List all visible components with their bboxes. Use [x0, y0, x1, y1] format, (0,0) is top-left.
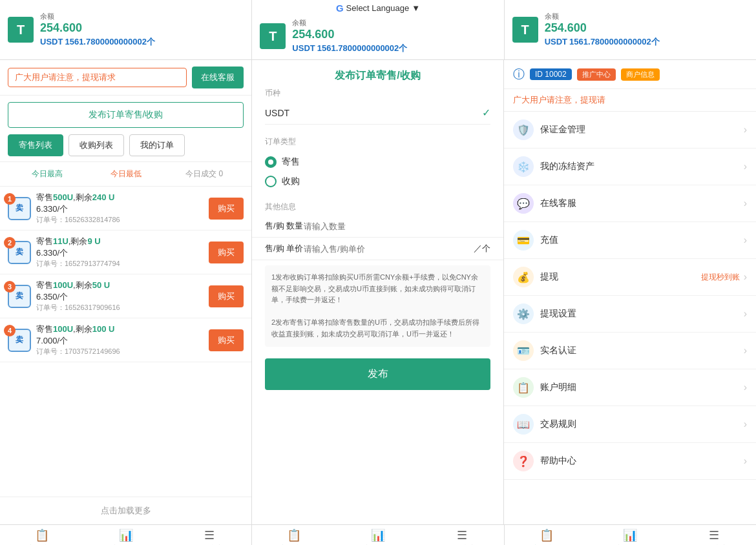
menu-text-account: 账户明细	[540, 382, 744, 393]
menu-item-withdraw[interactable]: 💰 提现 提现秒到账 ›	[504, 259, 756, 296]
personal-center-icon-3: ☰	[709, 528, 719, 542]
menu-item-account[interactable]: 📋 账户明细 ›	[504, 369, 756, 406]
table-row: 2 卖 寄售11U,剩余9 U 6.330/个 订单号：165279137747…	[0, 231, 251, 274]
menu-item-help[interactable]: ❓ 帮助中心 ›	[504, 443, 756, 480]
order-price-2: 6.330/个	[36, 247, 204, 259]
price-row: 售/购 单价 ／个	[252, 238, 503, 260]
nav-personal-center-3[interactable]: ☰ 个人中心	[672, 525, 756, 545]
price-suffix: ／个	[474, 243, 490, 254]
sort-highest[interactable]: 今日最高	[8, 165, 87, 183]
menu-text-help: 帮助中心	[540, 455, 744, 467]
menu-list: 🛡️ 保证金管理 › ❄️ 我的冻结资产 › 💬 在线客服 › 💳 充值 › 💰	[504, 112, 756, 524]
middle-panel: 发布订单寄售/收购 币种 USDT ✓ 订单类型 寄售 收购 其他信息 售/购 …	[252, 60, 504, 524]
id-icon: ⓘ	[513, 67, 525, 82]
nav-trading-hall-2[interactable]: 📋 交易大厅	[252, 525, 336, 545]
order-details-2: 寄售11U,剩余9 U 6.330/个 订单号：16527913774794	[36, 236, 204, 269]
left-panel: 广大用户请注意，提现请求 在线客服 发布订单寄售/收购 寄售列表 收购列表 我的…	[0, 60, 252, 524]
tab-consignment[interactable]: 寄售列表	[8, 134, 63, 156]
sort-volume[interactable]: 今日成交 0	[165, 165, 244, 183]
menu-item-guarantee[interactable]: 🛡️ 保证金管理 ›	[504, 112, 756, 149]
menu-item-freeze[interactable]: ❄️ 我的冻结资产 ›	[504, 149, 756, 185]
chevron-right-icon: ›	[744, 308, 747, 320]
publish-button[interactable]: 发布	[265, 358, 490, 390]
radio-purchase[interactable]: 收购	[265, 172, 490, 191]
quantity-row: 售/购 数量	[252, 215, 503, 238]
language-selector[interactable]: G Select Language ▼	[336, 3, 420, 14]
header-info-1: 余额 254.600 USDT 1561.7800000000002个	[40, 12, 244, 48]
nav-personal-center-1[interactable]: ☰ 个人中心	[168, 525, 252, 545]
online-service-button[interactable]: 在线客服	[192, 67, 244, 88]
currency-section: 币种 USDT ✓	[252, 88, 503, 131]
menu-text-withdraw: 提现	[540, 271, 701, 283]
chevron-right-icon: ›	[744, 382, 747, 393]
nav-market-data-2[interactable]: 📊 实盘数据	[336, 525, 420, 545]
buy-button-4[interactable]: 购买	[209, 329, 244, 351]
order-type-section: 订单类型 寄售 收购	[252, 131, 503, 196]
select-language-label: Select Language	[346, 3, 410, 13]
order-id-2: 订单号：16527913774794	[36, 259, 204, 269]
publish-order-button[interactable]: 发布订单寄售/收购	[8, 102, 244, 128]
menu-item-service[interactable]: 💬 在线客服 ›	[504, 185, 756, 222]
radio-purchase-circle	[265, 176, 277, 187]
load-more-button[interactable]: 点击加载更多	[0, 497, 251, 524]
promo-center-badge[interactable]: 推广中心	[577, 68, 616, 81]
sort-lowest[interactable]: 今日最低	[87, 165, 165, 183]
currency-value: USDT	[265, 108, 482, 118]
menu-text-service: 在线客服	[540, 198, 744, 209]
currency-label: 币种	[265, 88, 490, 99]
order-title-1: 寄售500U,剩余240 U	[36, 192, 204, 203]
header-section-1: T 余额 254.600 USDT 1561.7800000000002个	[0, 0, 252, 59]
nav-trading-hall-3[interactable]: 📋 交易大厅	[505, 525, 589, 545]
order-badge-3: 3	[4, 281, 16, 293]
order-details-3: 寄售100U,剩余50 U 6.350/个 订单号：16526317909616	[36, 280, 204, 313]
tab-purchase[interactable]: 收购列表	[68, 134, 124, 156]
radio-consignment[interactable]: 寄售	[265, 152, 490, 172]
table-row: 1 卖 寄售500U,剩余240 U 6.330/个 订单号：165263328…	[0, 187, 251, 231]
chevron-right-icon: ›	[744, 418, 747, 430]
order-id-1: 订单号：16526332814786	[36, 215, 204, 225]
order-badge-1: 1	[4, 193, 16, 205]
menu-item-rules[interactable]: 📖 交易规则 ›	[504, 406, 756, 443]
recharge-icon: 💳	[513, 230, 534, 251]
menu-text-realname: 实名认证	[540, 345, 744, 356]
menu-item-realname[interactable]: 🪪 实名认证 ›	[504, 333, 756, 369]
menu-item-withdraw-settings[interactable]: ⚙️ 提现设置 ›	[504, 296, 756, 333]
buy-button-3[interactable]: 购买	[209, 285, 244, 307]
right-header: ⓘ ID 10002 推广中心 商户信息	[504, 60, 756, 89]
buy-button-2[interactable]: 购买	[209, 242, 244, 263]
order-id-3: 订单号：16526317909616	[36, 303, 204, 313]
market-data-icon-3: 📊	[623, 528, 637, 542]
usdt-value-3: USDT 1561.7800000000002个	[545, 36, 748, 48]
nav-market-data-3[interactable]: 📊 实盘数据	[588, 525, 672, 545]
table-row: 3 卖 寄售100U,剩余50 U 6.350/个 订单号：1652631790…	[0, 274, 251, 318]
balance-label-3: 余额	[545, 12, 748, 21]
withdraw-icon: 💰	[513, 267, 534, 287]
panel-title: 发布订单寄售/收购	[252, 60, 503, 88]
nav-section-2: 📋 交易大厅 📊 实盘数据 ☰ 个人中心	[252, 525, 504, 545]
merchant-info-badge[interactable]: 商户信息	[621, 68, 660, 81]
order-details-4: 寄售100U,剩余100 U 7.000/个 订单号：1703757214969…	[36, 324, 204, 356]
trading-hall-icon-1: 📋	[35, 528, 49, 542]
nav-section-3: 📋 交易大厅 📊 实盘数据 ☰ 个人中心	[505, 525, 756, 545]
order-title-3: 寄售100U,剩余50 U	[36, 280, 204, 291]
header-section-3: T 余额 254.600 USDT 1561.7800000000002个	[505, 0, 756, 59]
order-id-4: 订单号：17037572149696	[36, 347, 204, 356]
header: T 余额 254.600 USDT 1561.7800000000002个 G …	[0, 0, 756, 60]
nav-personal-center-2[interactable]: ☰ 个人中心	[420, 525, 504, 545]
tab-my-orders[interactable]: 我的订单	[129, 134, 185, 156]
freeze-icon: ❄️	[513, 156, 534, 177]
radio-consignment-circle	[265, 156, 277, 168]
order-hex-1: 1 卖	[8, 197, 31, 220]
price-input[interactable]	[304, 244, 474, 254]
menu-item-recharge[interactable]: 💳 充值 ›	[504, 222, 756, 259]
buy-button-1[interactable]: 购买	[209, 198, 244, 220]
right-panel: ⓘ ID 10002 推广中心 商户信息 广大用户请注意，提现请 🛡️ 保证金管…	[504, 60, 756, 524]
chevron-right-icon: ›	[744, 455, 747, 467]
check-icon: ✓	[482, 107, 490, 119]
main-layout: 广大用户请注意，提现请求 在线客服 发布订单寄售/收购 寄售列表 收购列表 我的…	[0, 60, 756, 524]
nav-trading-hall-1[interactable]: 📋 交易大厅	[0, 525, 84, 545]
nav-market-data-1[interactable]: 📊 实盘数据	[84, 525, 168, 545]
quantity-input[interactable]	[304, 221, 490, 231]
balance-value-2: 254.600	[292, 28, 496, 41]
market-data-icon-1: 📊	[119, 528, 133, 542]
